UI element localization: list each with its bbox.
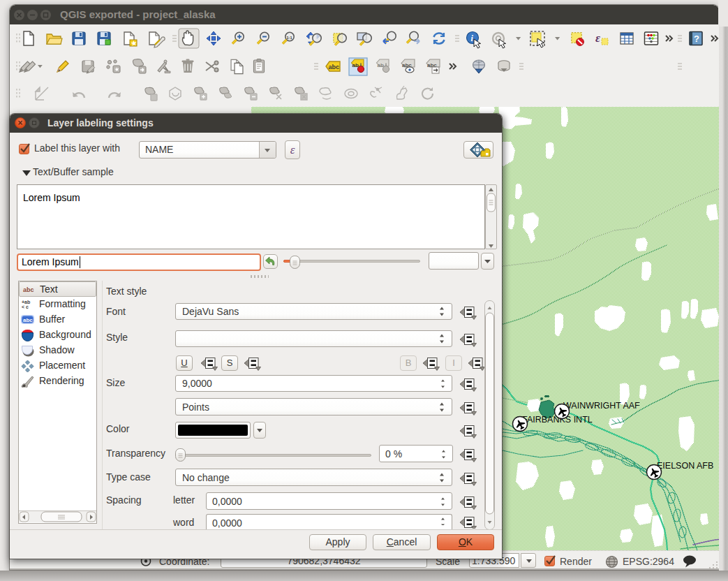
svg-text:ε: ε: [595, 31, 600, 45]
svg-text:?: ?: [694, 34, 699, 44]
svg-text:< c: < c: [22, 304, 29, 309]
svg-text:ab: ab: [378, 62, 384, 68]
svg-text:WAINWRIGHT AAF: WAINWRIGHT AAF: [563, 401, 640, 411]
svg-text:abc: abc: [23, 286, 34, 293]
svg-text:EIELSON AFB: EIELSON AFB: [657, 461, 713, 471]
svg-text:abc: abc: [23, 317, 33, 323]
svg-text:1:1: 1:1: [287, 36, 292, 40]
svg-text:abc: abc: [329, 64, 340, 71]
svg-text:+ab: +ab: [22, 300, 30, 304]
svg-text:ab: ab: [352, 62, 359, 68]
